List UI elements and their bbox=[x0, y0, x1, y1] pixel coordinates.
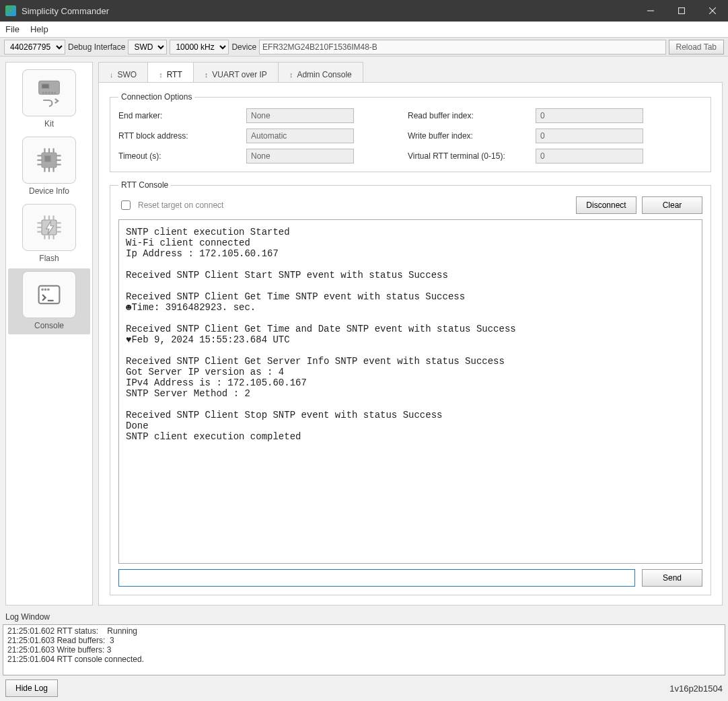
svg-point-6 bbox=[42, 92, 44, 94]
tab-panel-rtt: Connection Options End marker: Read buff… bbox=[98, 82, 723, 605]
clear-button[interactable]: Clear bbox=[642, 196, 702, 214]
sidebar-item-label: Kit bbox=[44, 119, 54, 128]
hide-log-button[interactable]: Hide Log bbox=[5, 679, 58, 697]
main-panel: ↓SWO ↕RTT ↕VUART over IP ↕Admin Console … bbox=[98, 62, 723, 605]
frequency-select[interactable]: 10000 kHz bbox=[170, 40, 229, 54]
rtt-block-field[interactable] bbox=[246, 128, 354, 143]
minimize-button[interactable] bbox=[635, 0, 666, 22]
flash-icon bbox=[22, 204, 76, 251]
svg-point-9 bbox=[51, 92, 52, 94]
write-buffer-field[interactable] bbox=[536, 128, 643, 143]
sidebar-item-flash[interactable]: Flash bbox=[8, 201, 90, 267]
svg-point-40 bbox=[44, 289, 46, 291]
app-icon bbox=[5, 5, 16, 16]
device-label: Device bbox=[231, 42, 256, 52]
svg-point-41 bbox=[48, 289, 50, 291]
log-window-label: Log Window bbox=[0, 611, 728, 624]
disconnect-button[interactable]: Disconnect bbox=[576, 196, 636, 214]
debug-interface-select[interactable]: SWD bbox=[128, 40, 167, 54]
arrow-updown-icon: ↕ bbox=[289, 71, 293, 79]
read-buffer-label: Read buffer index: bbox=[408, 111, 536, 120]
write-buffer-label: Write buffer index: bbox=[408, 131, 536, 141]
sidebar: Kit Device Info Flash Console bbox=[5, 62, 93, 605]
title-bar: Simplicity Commander bbox=[0, 0, 728, 22]
tab-rtt[interactable]: ↕RTT bbox=[147, 62, 194, 82]
rtt-console-group: RTT Console Reset target on connect Disc… bbox=[110, 180, 711, 595]
svg-rect-1 bbox=[679, 8, 685, 14]
reset-on-connect-checkbox[interactable]: Reset target on connect bbox=[118, 198, 223, 212]
connection-options-group: Connection Options End marker: Read buff… bbox=[110, 92, 711, 172]
debug-interface-label: Debug Interface bbox=[68, 42, 125, 52]
timeout-label: Timeout (s): bbox=[118, 151, 246, 161]
reset-checkbox-input[interactable] bbox=[121, 200, 131, 210]
sidebar-item-label: Flash bbox=[39, 254, 59, 263]
sidebar-item-kit[interactable]: Kit bbox=[8, 67, 90, 133]
send-button[interactable]: Send bbox=[642, 569, 702, 587]
serial-select[interactable]: 440267795 bbox=[4, 40, 65, 54]
window-title: Simplicity Commander bbox=[22, 6, 635, 16]
toolbar: 440267795 Debug Interface SWD 10000 kHz … bbox=[0, 38, 728, 57]
log-window[interactable]: 21:25:01.602 RTT status: Running 21:25:0… bbox=[3, 624, 725, 675]
rtt-send-input[interactable] bbox=[118, 569, 635, 587]
read-buffer-field[interactable] bbox=[536, 108, 643, 123]
vterm-field[interactable] bbox=[536, 149, 643, 163]
menu-bar: File Help bbox=[0, 22, 728, 38]
svg-rect-12 bbox=[44, 155, 50, 161]
close-button[interactable] bbox=[697, 0, 728, 22]
arrow-updown-icon: ↕ bbox=[159, 71, 163, 79]
kit-icon bbox=[22, 69, 76, 116]
sidebar-item-console[interactable]: Console bbox=[8, 268, 90, 334]
maximize-button[interactable] bbox=[666, 0, 697, 22]
reload-tab-button[interactable]: Reload Tab bbox=[669, 40, 725, 54]
sidebar-item-device-info[interactable]: Device Info bbox=[8, 134, 90, 200]
menu-help[interactable]: Help bbox=[30, 24, 48, 34]
sidebar-item-label: Device Info bbox=[29, 186, 69, 196]
svg-rect-5 bbox=[42, 84, 49, 89]
arrow-down-icon: ↓ bbox=[110, 71, 114, 79]
end-marker-label: End marker: bbox=[118, 111, 246, 120]
rtt-block-label: RTT block address: bbox=[118, 131, 246, 141]
tab-admin[interactable]: ↕Admin Console bbox=[278, 62, 363, 82]
tab-vuart[interactable]: ↕VUART over IP bbox=[193, 62, 279, 82]
svg-point-7 bbox=[46, 92, 47, 94]
tab-bar: ↓SWO ↕RTT ↕VUART over IP ↕Admin Console bbox=[98, 62, 723, 82]
svg-point-39 bbox=[42, 289, 44, 291]
status-bar: Hide Log 1v16p2b1504 bbox=[0, 675, 728, 701]
version-label: 1v16p2b1504 bbox=[669, 684, 723, 694]
tab-swo[interactable]: ↓SWO bbox=[98, 62, 148, 82]
sidebar-item-label: Console bbox=[34, 321, 64, 330]
arrow-updown-icon: ↕ bbox=[205, 71, 209, 79]
console-icon bbox=[22, 271, 76, 318]
device-field[interactable] bbox=[259, 40, 665, 54]
end-marker-field[interactable] bbox=[246, 108, 354, 123]
rtt-console-output[interactable]: SNTP client execution Started Wi-Fi clie… bbox=[118, 219, 702, 564]
vterm-label: Virtual RTT terminal (0-15): bbox=[408, 151, 536, 161]
timeout-field[interactable] bbox=[246, 149, 354, 163]
svg-point-8 bbox=[48, 92, 50, 94]
connection-options-legend: Connection Options bbox=[118, 92, 194, 102]
menu-file[interactable]: File bbox=[5, 24, 20, 34]
chip-icon bbox=[22, 137, 76, 184]
rtt-console-legend: RTT Console bbox=[118, 180, 171, 190]
svg-point-10 bbox=[54, 92, 56, 94]
